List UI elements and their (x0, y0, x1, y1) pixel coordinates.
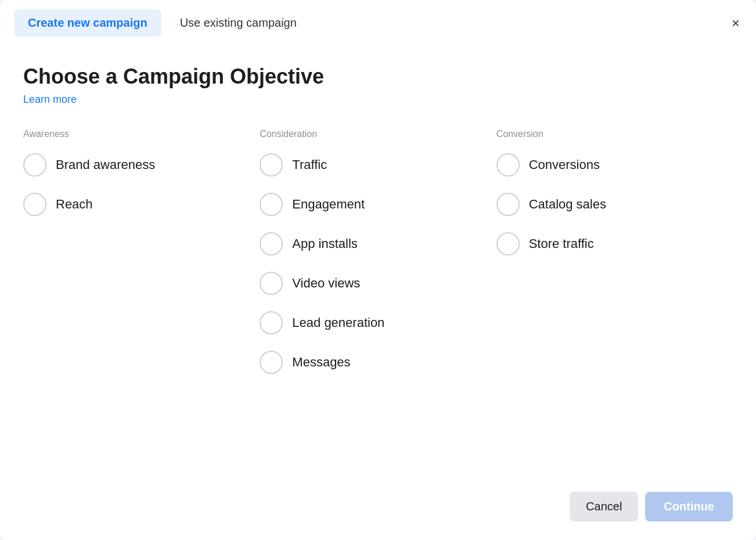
conversions-label: Conversions (529, 157, 600, 172)
radio-store-traffic[interactable] (496, 232, 520, 255)
list-item[interactable]: Brand awareness (23, 153, 248, 177)
modal-body: Choose a Campaign Objective Learn more A… (0, 46, 756, 480)
radio-brand-awareness[interactable] (23, 153, 46, 177)
list-item[interactable]: Store traffic (496, 232, 721, 255)
traffic-label: Traffic (292, 157, 327, 172)
brand-awareness-label: Brand awareness (56, 157, 155, 172)
tab-create-campaign[interactable]: Create new campaign (14, 9, 161, 37)
list-item[interactable]: Conversions (496, 153, 721, 177)
radio-traffic[interactable] (260, 153, 283, 177)
radio-lead-generation[interactable] (260, 311, 283, 334)
engagement-label: Engagement (292, 197, 365, 212)
list-item[interactable]: Video views (260, 272, 484, 295)
video-views-label: Video views (292, 276, 360, 291)
radio-reach[interactable] (23, 193, 46, 216)
list-item[interactable]: App installs (260, 232, 484, 255)
close-button[interactable]: × (729, 14, 742, 33)
store-traffic-label: Store traffic (529, 236, 594, 251)
list-item[interactable]: Lead generation (260, 311, 484, 334)
lead-generation-label: Lead generation (292, 315, 384, 330)
objectives-grid: Awareness Brand awareness Reach Consider… (23, 129, 733, 390)
list-item[interactable]: Traffic (260, 153, 484, 177)
awareness-column: Awareness Brand awareness Reach (23, 129, 260, 390)
list-item[interactable]: Engagement (260, 193, 484, 216)
list-item[interactable]: Messages (260, 351, 484, 374)
conversion-column: Conversion Conversions Catalog sales Sto… (496, 129, 733, 390)
tab-existing-campaign[interactable]: Use existing campaign (171, 9, 306, 37)
radio-messages[interactable] (260, 351, 283, 374)
radio-video-views[interactable] (260, 272, 283, 295)
radio-conversions[interactable] (496, 153, 520, 177)
awareness-column-header: Awareness (23, 129, 248, 139)
messages-label: Messages (292, 355, 350, 370)
modal-footer: Cancel Continue (0, 480, 756, 540)
reach-label: Reach (56, 197, 93, 212)
list-item[interactable]: Catalog sales (496, 193, 721, 216)
radio-engagement[interactable] (260, 193, 283, 216)
list-item[interactable]: Reach (23, 193, 248, 216)
conversion-column-header: Conversion (496, 129, 721, 139)
cancel-button[interactable]: Cancel (570, 492, 638, 521)
page-title: Choose a Campaign Objective (23, 64, 733, 89)
learn-more-link[interactable]: Learn more (23, 93, 77, 105)
modal-header: Create new campaign Use existing campaig… (0, 0, 756, 46)
app-installs-label: App installs (292, 236, 358, 251)
radio-app-installs[interactable] (260, 232, 283, 255)
consideration-column: Consideration Traffic Engagement App ins… (260, 129, 496, 390)
catalog-sales-label: Catalog sales (529, 197, 606, 212)
consideration-column-header: Consideration (260, 129, 484, 139)
continue-button[interactable]: Continue (645, 492, 733, 521)
create-campaign-modal: Create new campaign Use existing campaig… (0, 0, 756, 540)
radio-catalog-sales[interactable] (496, 193, 520, 216)
